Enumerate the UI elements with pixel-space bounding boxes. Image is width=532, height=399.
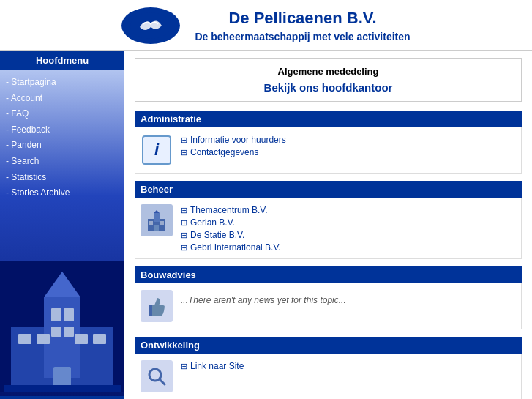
section-header-bouwadvies: Bouwadvies — [135, 266, 522, 283]
bouwadvies-icon — [140, 289, 173, 323]
sidebar-item-faq[interactable]: FAQ — [6, 106, 119, 122]
link-de-statie[interactable]: De Statie B.V. — [181, 230, 281, 240]
link-gebri[interactable]: Gebri International B.V. — [181, 242, 281, 253]
sidebar-item-startpagina[interactable]: Startpagina — [6, 75, 119, 91]
administratie-links: Informatie voor huurders Contactgegevens — [181, 133, 286, 157]
sidebar-item-account[interactable]: Account — [6, 91, 119, 107]
magnifier-icon — [141, 360, 173, 392]
sidebar-item-panden[interactable]: Panden — [6, 138, 119, 154]
ontwikkeling-links: Link naar Site — [181, 359, 244, 371]
bouwadvies-empty: ...There aren't any news yet for this to… — [181, 289, 346, 305]
content-area: Algemene mededeling Bekijk ons hoofdkant… — [124, 51, 532, 399]
sidebar-footer: Beheer — [0, 396, 124, 399]
notice-title: Algemene mededeling — [147, 66, 509, 77]
section-ontwikkeling: Ontwikkeling Link naar Site — [135, 337, 522, 399]
sidebar-item-statistics[interactable]: Statistics — [6, 170, 119, 186]
building-icon — [141, 204, 173, 236]
svg-rect-10 — [64, 308, 74, 321]
section-administratie: Administratie i Informatie voor huurders… — [135, 111, 522, 174]
sidebar-item-stories-archive[interactable]: Stories Archive — [6, 185, 119, 201]
svg-rect-5 — [18, 334, 31, 344]
main-layout: Hoofdmenu Startpagina Account FAQ Feedba… — [0, 51, 532, 399]
section-beheer: Beheer Themacentru — [135, 181, 522, 259]
building-small-svg — [145, 209, 168, 232]
svg-rect-11 — [51, 327, 61, 337]
ontwikkeling-icon — [140, 359, 173, 393]
section-body-administratie: i Informatie voor huurders Contactgegeve… — [135, 127, 522, 174]
section-body-bouwadvies: ...There aren't any news yet for this to… — [135, 283, 522, 329]
svg-rect-6 — [37, 334, 50, 344]
thumbsup-icon — [141, 290, 173, 322]
svg-rect-9 — [51, 308, 61, 321]
section-body-ontwikkeling: Link naar Site — [135, 354, 522, 399]
sidebar-menu-header: Hoofdmenu — [0, 51, 124, 70]
svg-rect-16 — [154, 213, 160, 222]
sidebar-item-search[interactable]: Search — [6, 154, 119, 170]
svg-line-23 — [160, 379, 165, 384]
thumb-svg — [146, 295, 168, 317]
section-header-administratie: Administratie — [135, 111, 522, 127]
svg-rect-12 — [64, 327, 74, 337]
svg-rect-18 — [149, 221, 153, 225]
site-title: De Pellicaenen B.V. — [228, 9, 376, 28]
magnifier-svg — [146, 365, 168, 387]
logo — [121, 7, 180, 44]
svg-rect-14 — [4, 385, 121, 392]
svg-rect-20 — [154, 225, 159, 231]
link-informatie-huurders[interactable]: Informatie voor huurders — [181, 135, 286, 145]
section-header-ontwikkeling: Ontwikkeling — [135, 337, 522, 354]
sidebar-menu-items: Startpagina Account FAQ Feedback Panden … — [0, 70, 124, 206]
svg-rect-7 — [75, 334, 88, 344]
page-header: De Pellicaenen B.V. De beheermaatschappi… — [0, 0, 532, 51]
svg-rect-21 — [149, 305, 152, 316]
beheer-links: Themacentrum B.V. Gerian B.V. De Statie … — [181, 204, 281, 253]
info-icon: i — [142, 135, 171, 165]
svg-rect-19 — [160, 221, 164, 225]
section-bouwadvies: Bouwadvies ...There aren't any news yet … — [135, 266, 522, 329]
link-themacentrum[interactable]: Themacentrum B.V. — [181, 205, 281, 215]
notice-box: Algemene mededeling Bekijk ons hoofdkant… — [135, 58, 522, 102]
header-text: De Pellicaenen B.V. De beheermaatschappi… — [195, 9, 410, 42]
building-svg — [4, 268, 121, 392]
logo-icon — [129, 11, 173, 40]
section-header-beheer: Beheer — [135, 181, 522, 198]
section-body-beheer: Themacentrum B.V. Gerian B.V. De Statie … — [135, 198, 522, 259]
link-contactgegevens[interactable]: Contactgegevens — [181, 147, 286, 157]
link-gerian[interactable]: Gerian B.V. — [181, 217, 281, 228]
link-link-naar-site[interactable]: Link naar Site — [181, 361, 244, 371]
sidebar-item-feedback[interactable]: Feedback — [6, 122, 119, 138]
site-subtitle: De beheermaatschappij met vele activitei… — [195, 31, 410, 42]
sidebar: Hoofdmenu Startpagina Account FAQ Feedba… — [0, 51, 124, 399]
notice-link[interactable]: Bekijk ons hoofdkantoor — [264, 81, 393, 94]
beheer-icon — [140, 204, 173, 237]
svg-rect-8 — [93, 334, 106, 344]
administratie-icon: i — [140, 133, 173, 167]
svg-marker-17 — [154, 210, 160, 213]
sidebar-building-image — [0, 261, 124, 392]
